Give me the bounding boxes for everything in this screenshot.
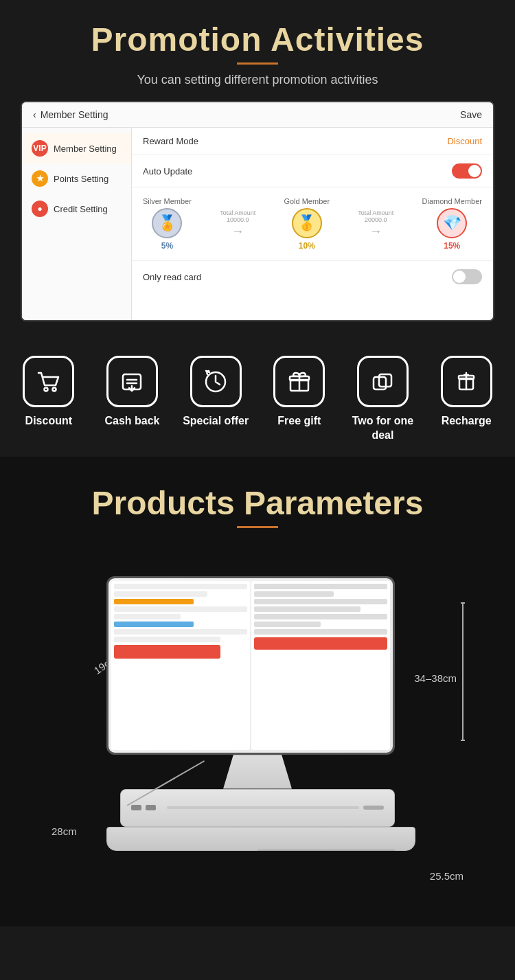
icon-item-special: Special offer xyxy=(178,356,253,429)
screen-left-panel xyxy=(111,581,250,750)
screen-content xyxy=(108,578,393,753)
promo-underline xyxy=(237,62,278,65)
special-label: Special offer xyxy=(183,414,249,429)
arrow-icon-2: → xyxy=(369,225,382,239)
special-icon-box xyxy=(190,356,242,407)
dim-height-tick-top xyxy=(461,602,465,604)
cashback-icon-box xyxy=(106,356,158,407)
auto-update-row: Auto Update xyxy=(132,155,493,187)
reward-mode-row: Reward Mode Discount xyxy=(132,128,493,155)
ui-panel: ‹ Member Setting Save VIP Member Setting… xyxy=(21,101,494,321)
recharge-label: Recharge xyxy=(442,414,492,429)
sidebar-credit-label: Credit Setting xyxy=(54,204,108,214)
silver-tier: Silver Member 🏅 5% xyxy=(143,197,192,251)
diamond-pct: 15% xyxy=(444,241,460,251)
icon-item-cashback: Cash back xyxy=(94,356,170,429)
two-for-one-label: Two for one deal xyxy=(345,414,420,443)
icon-item-recharge: Recharge xyxy=(428,356,504,429)
silver-pct: 5% xyxy=(161,241,173,251)
sidebar-item-credit[interactable]: ● Credit Setting xyxy=(22,194,131,224)
only-read-card-label: Only read card xyxy=(143,272,201,282)
icon-item-two-for-one: Two for one deal xyxy=(345,356,420,443)
discount-icon-box xyxy=(23,356,74,407)
silver-badge: 🏅 xyxy=(152,208,182,238)
auto-update-toggle[interactable] xyxy=(452,163,482,179)
dim-height-line xyxy=(462,604,464,741)
diamond-tier: Diamond Member 💎 15% xyxy=(422,197,482,251)
screen-right-panel xyxy=(251,581,390,750)
gold-label: Gold Member xyxy=(284,197,330,205)
gold-pct: 10% xyxy=(299,241,315,251)
arrow-icon-1: → xyxy=(231,225,244,239)
ui-back-button[interactable]: ‹ Member Setting xyxy=(33,109,108,120)
diamond-label: Diamond Member xyxy=(422,197,482,205)
silver-label: Silver Member xyxy=(143,197,192,205)
tier-arrow-1: Total Amount10000.0 → xyxy=(220,209,255,239)
cashback-icon xyxy=(117,367,146,396)
credit-icon: ● xyxy=(32,201,48,217)
promo-section: Promotion Activities You can setting dif… xyxy=(0,0,515,335)
reward-mode-value[interactable]: Discount xyxy=(447,136,482,146)
recharge-icon xyxy=(452,367,481,396)
bottom-spacer xyxy=(132,293,493,320)
only-read-card-row: Only read card xyxy=(132,261,493,293)
ui-body: VIP Member Setting ★ Points Setting ● Cr… xyxy=(22,128,493,320)
icon-item-free-gift: Free gift xyxy=(262,356,337,429)
base-detail xyxy=(167,806,359,809)
ui-sidebar: VIP Member Setting ★ Points Setting ● Cr… xyxy=(22,128,132,320)
sidebar-item-points[interactable]: ★ Points Setting xyxy=(22,163,131,194)
tier-arrow-2: Total Amount20000.0 → xyxy=(358,209,393,239)
cart-icon xyxy=(34,367,63,396)
icon-item-discount: Discount xyxy=(11,356,87,429)
reward-mode-label: Reward Mode xyxy=(143,136,198,146)
pos-base xyxy=(120,789,395,827)
sidebar-points-label: Points Setting xyxy=(54,174,108,184)
ui-header-title: Member Setting xyxy=(41,109,108,120)
points-icon: ★ xyxy=(32,170,48,187)
svg-point-0 xyxy=(44,387,47,391)
ui-save-button[interactable]: Save xyxy=(460,109,482,120)
products-title: Products Parameters xyxy=(14,484,501,522)
total-amount-2: Total Amount20000.0 xyxy=(358,209,393,223)
pos-tray xyxy=(106,827,415,851)
gold-tier: Gold Member 🥇 10% xyxy=(284,197,330,251)
usb-port-1 xyxy=(131,805,141,810)
pos-device xyxy=(106,576,409,851)
dim-height: 34–38cm xyxy=(414,672,457,684)
free-gift-label: Free gift xyxy=(277,414,321,429)
promo-subtitle: You can setting different promotion acti… xyxy=(14,73,501,87)
cashback-label: Cash back xyxy=(104,414,159,429)
pos-stand xyxy=(223,755,292,789)
svg-point-1 xyxy=(52,387,56,391)
dim-depth: 28cm xyxy=(52,825,77,837)
power-button xyxy=(363,806,384,810)
member-tiers-row: Silver Member 🏅 5% Total Amount10000.0 →… xyxy=(132,187,493,261)
ui-main-content: Reward Mode Discount Auto Update Silver … xyxy=(132,128,493,320)
ui-panel-header: ‹ Member Setting Save xyxy=(22,102,493,128)
sidebar-item-member[interactable]: VIP Member Setting xyxy=(22,133,131,163)
device-diagram: 30cm 28cm 25.5cm 19cm 34–38cm xyxy=(45,549,470,906)
clock-icon xyxy=(201,367,230,396)
dim-depth2-line xyxy=(258,850,395,851)
vip-icon: VIP xyxy=(32,140,48,157)
usb-port-2 xyxy=(146,805,156,810)
total-amount-1: Total Amount10000.0 xyxy=(220,209,255,223)
products-section: Products Parameters 30cm 28cm 25.5cm 19c… xyxy=(0,457,515,926)
twoforone-icon xyxy=(368,367,397,396)
dim-depth2: 25.5cm xyxy=(430,870,464,882)
recharge-icon-box xyxy=(441,356,492,407)
free-gift-icon-box xyxy=(273,356,325,407)
gift-icon xyxy=(285,367,314,396)
only-read-card-toggle[interactable] xyxy=(452,269,482,284)
pos-screen xyxy=(106,576,395,755)
diamond-badge: 💎 xyxy=(437,208,467,238)
discount-label: Discount xyxy=(25,414,72,429)
back-arrow-icon: ‹ xyxy=(33,109,36,120)
auto-update-label: Auto Update xyxy=(143,166,192,176)
icons-row: Discount Cash back xyxy=(7,356,508,443)
sidebar-member-label: Member Setting xyxy=(54,144,117,154)
two-for-one-icon-box xyxy=(357,356,409,407)
promo-title: Promotion Activities xyxy=(14,21,501,58)
dim-height-tick-bottom xyxy=(461,740,465,741)
icons-section: Discount Cash back xyxy=(0,335,515,457)
